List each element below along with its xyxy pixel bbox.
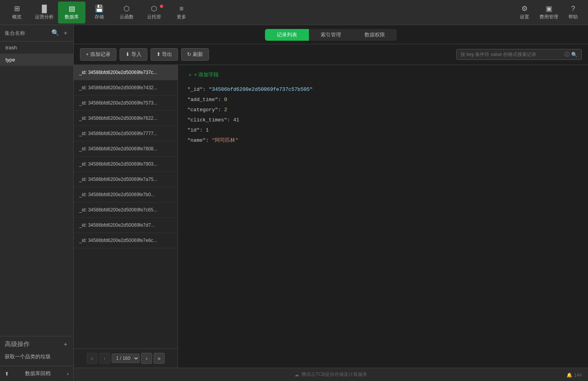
status-bar: 🔔 144 bbox=[566, 372, 582, 378]
page-first-button[interactable]: « bbox=[87, 353, 98, 364]
json-key-add-time: "add_time": bbox=[187, 97, 224, 103]
json-key-id-num: "id": bbox=[187, 127, 206, 133]
page-next-button[interactable]: › bbox=[141, 353, 152, 364]
record-item-11[interactable]: _id: 34586bfd6200e2d50069fe7e6c... bbox=[74, 233, 178, 248]
record-item-2[interactable]: _id: 34586bfd6200e2d50069fe7573... bbox=[74, 96, 178, 111]
record-detail-panel: ＋ + 添加字段 "_id": "34586bfd6200e2d50069fe7… bbox=[178, 65, 588, 368]
notification-count: 144 bbox=[574, 372, 582, 378]
nav-item-overview[interactable]: ⊞ 概览 bbox=[3, 2, 31, 23]
search-input[interactable] bbox=[461, 52, 562, 57]
json-field-add-time: "add_time": 0 bbox=[187, 95, 579, 105]
bottom-bar: ☁ 腾讯云TCB提供存储及计算服务 bbox=[74, 368, 588, 381]
nav-label-overview: 概览 bbox=[12, 14, 22, 20]
functions-icon: ⬡ bbox=[123, 4, 130, 13]
overview-icon: ⊞ bbox=[14, 4, 20, 13]
sidebar-header: 集合名称 🔍 ＋ bbox=[0, 25, 73, 42]
record-item-3[interactable]: _id: 34586bfd6200e2d50069fe7622... bbox=[74, 111, 178, 126]
add-record-button[interactable]: + 添加记录 bbox=[80, 48, 116, 61]
record-item-5[interactable]: _id: 34586bfd6200e2d50069fe7808... bbox=[74, 141, 178, 157]
record-item-10[interactable]: _id: 34586bfd6200e2d50069fe7d7... bbox=[74, 218, 178, 233]
advanced-ops-item-0[interactable]: 获取一个品类的垃圾 bbox=[5, 352, 69, 362]
nav-item-settings[interactable]: ⚙ 设置 bbox=[513, 2, 536, 23]
nav-label-help: 帮助 bbox=[568, 14, 578, 20]
powered-by-text: 腾讯云TCB提供存储及计算服务 bbox=[301, 371, 367, 378]
advanced-ops-header: 高级操作 ＋ bbox=[5, 340, 69, 348]
advanced-ops-add-icon[interactable]: ＋ bbox=[62, 340, 69, 348]
page-prev-button[interactable]: ‹ bbox=[99, 353, 110, 364]
notification-badge bbox=[160, 5, 163, 8]
sidebar: 集合名称 🔍 ＋ trash type 高级操作 ＋ 获取一个品类的垃圾 ⬆ 数… bbox=[0, 25, 74, 381]
billing-icon: ▣ bbox=[546, 4, 552, 13]
search-magnifier-icon[interactable]: 🔍 bbox=[571, 52, 577, 58]
sidebar-items: trash type bbox=[0, 42, 73, 336]
record-item-1[interactable]: _id: 34586bfd6200e2d50069fe7432... bbox=[74, 80, 178, 96]
json-field-name: "name": "阿司匹林" bbox=[187, 135, 579, 146]
sidebar-header-actions: 🔍 ＋ bbox=[51, 29, 69, 37]
sidebar-add-icon[interactable]: ＋ bbox=[62, 29, 69, 37]
json-value-id-num: 1 bbox=[206, 127, 209, 133]
sidebar-search-icon[interactable]: 🔍 bbox=[51, 29, 59, 37]
json-key-click-times: "click_times": bbox=[187, 117, 233, 123]
top-navigation: ⊞ 概览 ▐▌ 运营分析 ▤ 数据库 💾 存储 ⬡ 云函数 ⬡ 云托管 ≡ 更多… bbox=[0, 0, 588, 25]
hosting-icon: ⬡ bbox=[151, 4, 157, 13]
tabs-container: 记录列表 索引管理 数据权限 bbox=[265, 29, 397, 41]
nav-item-more[interactable]: ≡ 更多 bbox=[168, 2, 195, 23]
export-button[interactable]: ⬆ 导出 bbox=[151, 48, 178, 61]
page-select[interactable]: 1 / 160 bbox=[112, 354, 140, 363]
db-archive[interactable]: ⬆ 数据库回档 › bbox=[0, 366, 73, 381]
tab-index-mgmt[interactable]: 索引管理 bbox=[309, 29, 353, 41]
record-item-0[interactable]: _id: 34586bfd6200e2d50069fe737c... bbox=[74, 65, 178, 80]
help-icon: ? bbox=[571, 5, 575, 13]
tab-record-list[interactable]: 记录列表 bbox=[265, 29, 309, 41]
nav-label-database: 数据库 bbox=[65, 14, 79, 20]
nav-label-storage: 存储 bbox=[94, 14, 104, 20]
refresh-button[interactable]: ↻ 刷新 bbox=[181, 48, 209, 61]
add-field-button[interactable]: ＋ + 添加字段 bbox=[187, 71, 579, 78]
json-value-category: 2 bbox=[224, 107, 227, 113]
sidebar-item-trash[interactable]: trash bbox=[0, 42, 73, 54]
record-pagination: « ‹ 1 / 160 › » bbox=[74, 348, 178, 368]
bell-icon: 🔔 bbox=[566, 372, 572, 378]
storage-icon: 💾 bbox=[95, 4, 103, 13]
tabs-bar: 记录列表 索引管理 数据权限 bbox=[74, 25, 588, 44]
sidebar-bottom: 高级操作 ＋ 获取一个品类的垃圾 bbox=[0, 336, 73, 366]
tcb-logo-icon: ☁ bbox=[294, 372, 299, 377]
nav-item-storage[interactable]: 💾 存储 bbox=[85, 2, 113, 23]
nav-item-functions[interactable]: ⬡ 云函数 bbox=[113, 2, 140, 23]
record-item-4[interactable]: _id: 34586bfd6200e2d50069fe7777... bbox=[74, 126, 178, 141]
record-item-7[interactable]: _id: 34586bfd6200e2d50069fe7a75... bbox=[74, 172, 178, 187]
nav-item-billing[interactable]: ▣ 费用管理 bbox=[536, 2, 561, 23]
nav-label-settings: 设置 bbox=[520, 14, 529, 20]
page-last-button[interactable]: » bbox=[154, 353, 165, 364]
nav-item-analytics[interactable]: ▐▌ 运营分析 bbox=[31, 2, 58, 23]
nav-label-billing: 费用管理 bbox=[539, 14, 558, 20]
record-item-6[interactable]: _id: 34586bfd6200e2d50069fe7903... bbox=[74, 157, 178, 172]
record-item-9[interactable]: _id: 34586bfd6200e2d50069fe7c65... bbox=[74, 202, 178, 218]
record-item-8[interactable]: _id: 34586bfd6200e2d50069fe7b0... bbox=[74, 187, 178, 202]
sidebar-item-type[interactable]: type bbox=[0, 54, 73, 66]
nav-right-actions: ⚙ 设置 ▣ 费用管理 ? 帮助 bbox=[513, 2, 585, 23]
tab-data-perm[interactable]: 数据权限 bbox=[353, 29, 397, 41]
analytics-icon: ▐▌ bbox=[39, 5, 49, 13]
nav-item-hosting[interactable]: ⬡ 云托管 bbox=[140, 2, 168, 23]
json-key-category: "category": bbox=[187, 107, 224, 113]
db-archive-icon: ⬆ bbox=[5, 371, 9, 377]
split-panel: _id: 34586bfd6200e2d50069fe737c... _id: … bbox=[74, 65, 588, 368]
json-value-add-time: 0 bbox=[224, 97, 227, 103]
database-icon: ▤ bbox=[69, 4, 75, 13]
search-icons: ⓘ 🔍 bbox=[564, 51, 577, 58]
json-field-id-num: "id": 1 bbox=[187, 125, 579, 135]
import-button[interactable]: ⬇ 导入 bbox=[120, 48, 147, 61]
nav-item-database[interactable]: ▤ 数据库 bbox=[58, 2, 85, 23]
json-field-click-times: "click_times": 41 bbox=[187, 115, 579, 125]
record-items: _id: 34586bfd6200e2d50069fe737c... _id: … bbox=[74, 65, 178, 348]
main-layout: 集合名称 🔍 ＋ trash type 高级操作 ＋ 获取一个品类的垃圾 ⬆ 数… bbox=[0, 25, 588, 381]
search-box[interactable]: ⓘ 🔍 bbox=[456, 49, 582, 60]
nav-label-hosting: 云托管 bbox=[147, 14, 161, 20]
add-field-plus-icon: ＋ bbox=[187, 71, 192, 78]
add-field-label: + 添加字段 bbox=[194, 71, 219, 78]
nav-item-help[interactable]: ? 帮助 bbox=[561, 2, 585, 23]
nav-label-functions: 云函数 bbox=[120, 14, 134, 20]
json-field-category: "category": 2 bbox=[187, 105, 579, 115]
nav-label-more: 更多 bbox=[177, 14, 186, 20]
